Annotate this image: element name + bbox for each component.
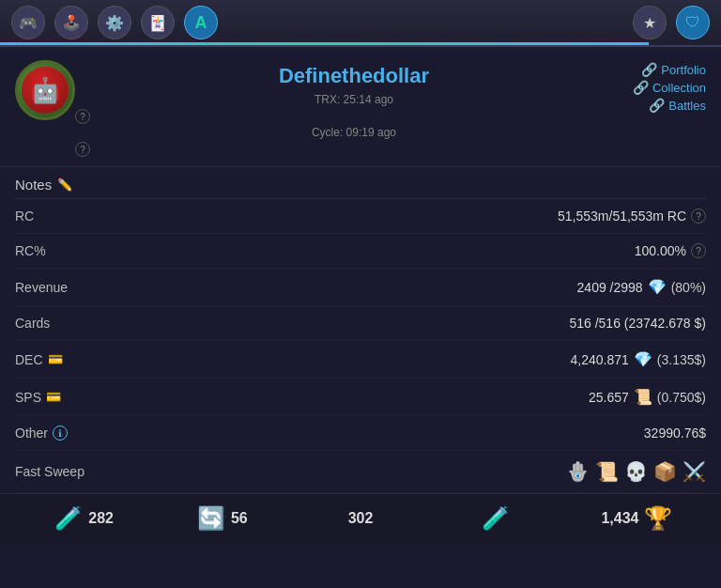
stats-section: Notes ✏️ RC 51,553m/51,553m RC ? RC% 100… xyxy=(0,167,721,493)
battles-icon: 🔗 xyxy=(649,98,665,113)
sweep-icon-4[interactable]: 📦 xyxy=(653,460,677,483)
rc-percent-value: 100.00% ? xyxy=(635,243,706,258)
other-label: Other ℹ xyxy=(15,426,90,441)
dec-wallet-icon[interactable]: 💳 xyxy=(48,352,63,366)
battles-count-item: 302 xyxy=(291,510,429,527)
collection-icon: 🔗 xyxy=(633,80,649,95)
other-value: 32990.76$ xyxy=(644,426,706,441)
revenue-value: 2409 /2998 💎 (80%) xyxy=(577,278,706,296)
portfolio-icon: 🔗 xyxy=(641,62,657,77)
trx-label: TRX: 25:14 ago ? xyxy=(75,91,633,124)
trx-help[interactable]: ? xyxy=(75,109,90,124)
potion2-icon: 🧪 xyxy=(482,505,510,532)
rc-help-icon[interactable]: ? xyxy=(691,209,706,224)
potion1-item: 🧪 282 xyxy=(15,505,153,532)
username: Definethedollar xyxy=(75,64,633,88)
bottom-bar: 🧪 282 🔄 56 302 🧪 1,434 🏆 xyxy=(0,493,721,543)
cycle-label: Cycle: 09:19 ago ? xyxy=(75,124,633,157)
sweep-icon-2[interactable]: 📜 xyxy=(595,460,619,483)
shield-nav-btn[interactable]: 🛡 xyxy=(676,6,710,39)
potion1-icon: 🧪 xyxy=(54,505,83,532)
other-info-icon[interactable]: ℹ xyxy=(53,426,68,441)
score-value: 1,434 xyxy=(601,510,638,527)
sps-value: 25.657 📜 (0.750$) xyxy=(589,388,706,406)
rc-percent-help-icon[interactable]: ? xyxy=(691,243,706,258)
other-row: Other ℹ 32990.76$ xyxy=(15,416,706,451)
profile-header: 🤖 Definethedollar TRX: 25:14 ago ? Cycle… xyxy=(0,47,721,167)
dec-gem-icon: 💎 xyxy=(634,350,652,368)
fast-sweep-row: Fast Sweep 🪬 📜 💀 📦 ⚔️ xyxy=(15,451,706,493)
profile-meta: TRX: 25:14 ago ? Cycle: 09:19 ago ? xyxy=(75,91,633,157)
progress-bar xyxy=(0,42,649,45)
cards-icon: 🃏 xyxy=(148,14,167,32)
sps-wallet-icon[interactable]: 💳 xyxy=(46,390,61,404)
dec-row: DEC 💳 4,240.871 💎 (3.135$) xyxy=(15,341,706,379)
cards-nav-btn[interactable]: 🃏 xyxy=(141,6,175,39)
sps-scroll-icon: 📜 xyxy=(634,388,652,406)
portfolio-link[interactable]: 🔗 Portfolio xyxy=(641,62,706,77)
dec-value: 4,240.871 💎 (3.135$) xyxy=(571,350,706,368)
settings-icon: ⚙️ xyxy=(105,14,124,32)
rc-percent-label: RC% xyxy=(15,243,90,258)
profile-info: Definethedollar TRX: 25:14 ago ? Cycle: … xyxy=(75,60,633,157)
revenue-row: Revenue 2409 /2998 💎 (80%) xyxy=(15,269,706,306)
rc-label: RC xyxy=(15,209,90,224)
dec-label: DEC 💳 xyxy=(15,352,90,367)
avatar: 🤖 xyxy=(15,60,75,120)
rc-row: RC 51,553m/51,553m RC ? xyxy=(15,199,706,234)
notes-row: Notes ✏️ xyxy=(15,167,706,199)
potion1-value: 282 xyxy=(88,510,114,527)
battles-link[interactable]: 🔗 Battles xyxy=(649,98,706,113)
rc-percent-row: RC% 100.00% ? xyxy=(15,234,706,269)
cycle-help[interactable]: ? xyxy=(75,142,90,157)
game-icon: 🎮 xyxy=(19,14,38,32)
revenue-label: Revenue xyxy=(15,280,90,295)
game-nav-btn[interactable]: 🎮 xyxy=(11,6,45,39)
shield-icon: 🛡 xyxy=(685,14,700,31)
sweep-icon-1[interactable]: 🪬 xyxy=(566,460,590,483)
avatar-image: 🤖 xyxy=(22,67,69,114)
top-nav: 🎮 🕹️ ⚙️ 🃏 A ★ 🛡 xyxy=(0,0,721,47)
sps-label: SPS 💳 xyxy=(15,390,90,405)
fast-sweep-label: Fast Sweep xyxy=(15,464,90,479)
alpha-icon: A xyxy=(195,13,207,33)
settings-nav-btn[interactable]: ⚙️ xyxy=(98,6,131,39)
cycle-value: 56 xyxy=(231,510,248,527)
sweep-icon-3[interactable]: 💀 xyxy=(624,460,648,483)
cycle-icon: 🔄 xyxy=(197,505,225,532)
potion2-item: 🧪 xyxy=(430,505,568,532)
sweep-icon-5[interactable]: ⚔️ xyxy=(683,460,706,483)
trophy-icon: 🏆 xyxy=(644,505,672,532)
cycle-item: 🔄 56 xyxy=(153,505,291,532)
alpha-nav-btn[interactable]: A xyxy=(184,6,218,39)
cards-label: Cards xyxy=(15,316,90,331)
edit-icon[interactable]: ✏️ xyxy=(57,178,72,192)
avatar-icon: 🤖 xyxy=(30,76,60,105)
score-item: 1,434 🏆 xyxy=(568,505,706,532)
notes-label: Notes xyxy=(15,177,52,193)
fast-sweep-icons: 🪬 📜 💀 📦 ⚔️ xyxy=(566,460,706,483)
cards-value: 516 /516 (23742.678 $) xyxy=(569,316,706,331)
collection-link[interactable]: 🔗 Collection xyxy=(633,80,706,95)
star-nav-btn[interactable]: ★ xyxy=(633,6,667,39)
revenue-gem-icon: 💎 xyxy=(648,278,667,296)
cards-row: Cards 516 /516 (23742.678 $) xyxy=(15,306,706,341)
controller-icon: 🕹️ xyxy=(62,14,81,32)
controller-nav-btn[interactable]: 🕹️ xyxy=(54,6,88,39)
rc-value: 51,553m/51,553m RC ? xyxy=(558,209,706,224)
sps-row: SPS 💳 25.657 📜 (0.750$) xyxy=(15,379,706,416)
star-icon: ★ xyxy=(643,14,656,32)
battles-count-value: 302 xyxy=(348,510,374,527)
profile-links: 🔗 Portfolio 🔗 Collection 🔗 Battles xyxy=(633,60,706,113)
